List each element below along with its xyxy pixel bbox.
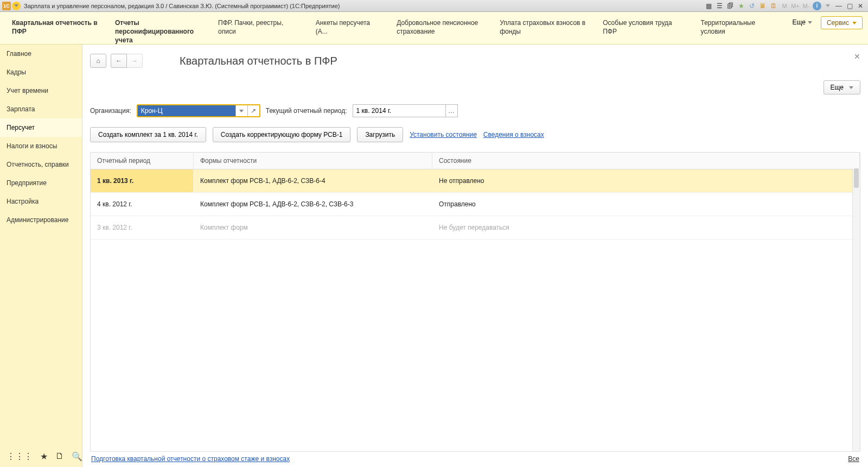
- window-title: Зарплата и управление персоналом, редакц…: [24, 3, 340, 9]
- org-label: Организация:: [90, 107, 131, 115]
- memory-m[interactable]: M: [780, 2, 789, 10]
- set-state-link[interactable]: Установить состояние: [410, 131, 477, 138]
- table-row[interactable]: 1 кв. 2013 г.Комплект форм РСВ-1, АДВ-6-…: [91, 169, 860, 193]
- service-button[interactable]: Сервис: [821, 16, 863, 29]
- cell-period: 3 кв. 2012 г.: [91, 216, 194, 239]
- sidebar-item-kadry[interactable]: Кадры: [0, 63, 82, 81]
- favorite-icon[interactable]: ★: [737, 2, 745, 10]
- org-open-button[interactable]: ↗: [247, 105, 259, 116]
- memory-mplus[interactable]: M+: [791, 2, 800, 10]
- grid-scrollbar[interactable]: [852, 168, 860, 451]
- tool-icon[interactable]: 🗐: [726, 2, 735, 10]
- org-field: ↗: [137, 104, 260, 117]
- maximize-icon[interactable]: ▢: [845, 2, 854, 10]
- cell-state: Не отправлено: [432, 169, 860, 192]
- sidebar-item-nastr[interactable]: Настройка: [0, 192, 82, 211]
- sidebar: Главное Кадры Учет времени Зарплата Перс…: [0, 45, 82, 467]
- nav-item-uplata[interactable]: Уплата страховых взносов в фонды: [493, 16, 596, 38]
- org-dropdown-button[interactable]: [235, 105, 247, 116]
- memory-mminus[interactable]: M-: [802, 2, 810, 10]
- chevron-down-icon: [849, 86, 853, 89]
- page-more-label: Еще: [831, 84, 844, 91]
- create-set-button[interactable]: Создать комплект за 1 кв. 2014 г.: [90, 127, 206, 142]
- tool-icon[interactable]: ☰: [715, 2, 724, 10]
- col-forms[interactable]: Формы отчетности: [194, 153, 432, 169]
- calculator-icon[interactable]: 🖩: [758, 2, 767, 10]
- page-title: Квартальная отчетность в ПФР: [180, 55, 337, 67]
- back-button[interactable]: ←: [111, 54, 127, 68]
- nav-item-osobye[interactable]: Особые условия труда ПФР: [596, 16, 694, 38]
- app-menu-button[interactable]: [12, 2, 21, 10]
- chevron-down-icon: [852, 22, 857, 24]
- org-input[interactable]: [138, 105, 235, 116]
- table-row[interactable]: 4 кв. 2012 г.Комплект форм РСВ-1, АДВ-6-…: [91, 193, 860, 216]
- nav-item-reports[interactable]: Отчеты персонифицированного учета: [108, 16, 212, 47]
- contrib-info-link[interactable]: Сведения о взносах: [483, 131, 544, 138]
- cell-forms: Комплект форм РСВ-1, АДВ-6-2, СЗВ-6-2, С…: [194, 193, 432, 216]
- window-titlebar: 1C Зарплата и управление персоналом, ред…: [0, 0, 868, 12]
- sidebar-item-admin[interactable]: Администрирование: [0, 211, 82, 229]
- sidebar-item-time[interactable]: Учет времени: [0, 81, 82, 100]
- forward-button[interactable]: →: [126, 54, 143, 68]
- grid-header: Отчетный период Формы отчетности Состоян…: [91, 153, 860, 169]
- col-period[interactable]: Отчетный период: [91, 153, 194, 169]
- search-icon[interactable]: 🔍: [72, 451, 82, 462]
- scrollbar-thumb[interactable]: [854, 168, 859, 188]
- period-picker-button[interactable]: …: [445, 105, 457, 117]
- app-icon: 1C: [2, 2, 11, 10]
- main-content: ✕ ⌂ ← → Квартальная отчетность в ПФР Еще…: [82, 45, 868, 467]
- cell-state: Отправлено: [432, 193, 860, 216]
- nav-more-label: Еще: [792, 18, 805, 26]
- chevron-down-icon: [239, 110, 244, 112]
- service-label: Сервис: [827, 19, 849, 27]
- cell-forms: Комплект форм: [194, 216, 432, 239]
- close-icon[interactable]: ✕: [856, 2, 865, 10]
- minimize-icon[interactable]: —: [834, 2, 843, 10]
- info-icon[interactable]: i: [813, 2, 821, 10]
- footer-help-link[interactable]: Подготовка квартальной отчетности о стра…: [91, 455, 290, 463]
- create-corr-button[interactable]: Создать корректирующую форму РСВ-1: [213, 127, 351, 142]
- period-input[interactable]: [353, 105, 445, 117]
- col-state[interactable]: Состояние: [432, 153, 860, 169]
- report-grid: Отчетный период Формы отчетности Состоян…: [90, 152, 860, 452]
- sidebar-item-main[interactable]: Главное: [0, 45, 82, 63]
- cell-forms: Комплект форм РСВ-1, АДВ-6-2, СЗВ-6-4: [194, 169, 432, 192]
- tool-icon[interactable]: ▦: [704, 2, 713, 10]
- table-row[interactable]: 3 кв. 2012 г.Комплект формНе будет перед…: [91, 216, 860, 239]
- apps-icon[interactable]: ⋮⋮⋮: [7, 451, 33, 462]
- calendar-icon[interactable]: 🗓: [769, 2, 778, 10]
- sidebar-item-nalogi[interactable]: Налоги и взносы: [0, 137, 82, 155]
- period-label: Текущий отчетный период:: [266, 107, 347, 115]
- history-icon[interactable]: ↺: [748, 2, 756, 10]
- nav-item-territ[interactable]: Территориальные условия: [694, 16, 788, 38]
- page-more-button[interactable]: Еще: [824, 80, 860, 94]
- load-button[interactable]: Загрузить: [357, 127, 403, 142]
- nav-item-pfr-packs[interactable]: ПФР. Пачки, реестры, описи: [212, 16, 309, 38]
- nav-item-dobro[interactable]: Добровольное пенсионное страхование: [390, 16, 493, 38]
- cell-period: 4 кв. 2012 г.: [91, 193, 194, 216]
- nav-more[interactable]: Еще: [788, 16, 816, 28]
- nav-item-kvartal[interactable]: Квартальная отчетность в ПФР: [5, 16, 108, 38]
- cell-period: 1 кв. 2013 г.: [91, 169, 194, 192]
- chevron-down-icon: [808, 21, 812, 24]
- sidebar-item-salary[interactable]: Зарплата: [0, 100, 82, 118]
- sidebar-item-predpr[interactable]: Предприятие: [0, 174, 82, 192]
- clipboard-icon[interactable]: 🗋: [55, 451, 64, 462]
- star-icon[interactable]: ★: [40, 451, 48, 462]
- cell-state: Не будет передаваться: [432, 216, 860, 239]
- sidebar-item-persuchet[interactable]: Персучет: [0, 118, 82, 137]
- sidebar-item-otchet[interactable]: Отчетность, справки: [0, 155, 82, 174]
- period-field: …: [353, 104, 458, 117]
- home-button[interactable]: ⌂: [90, 54, 106, 68]
- close-tab-icon[interactable]: ✕: [854, 52, 860, 61]
- top-nav: Квартальная отчетность в ПФР Отчеты перс…: [0, 12, 868, 45]
- dropdown-icon[interactable]: [824, 2, 832, 10]
- footer-all-link[interactable]: Все: [848, 455, 859, 463]
- nav-item-ankety[interactable]: Анкеты персучета (А...: [309, 16, 390, 38]
